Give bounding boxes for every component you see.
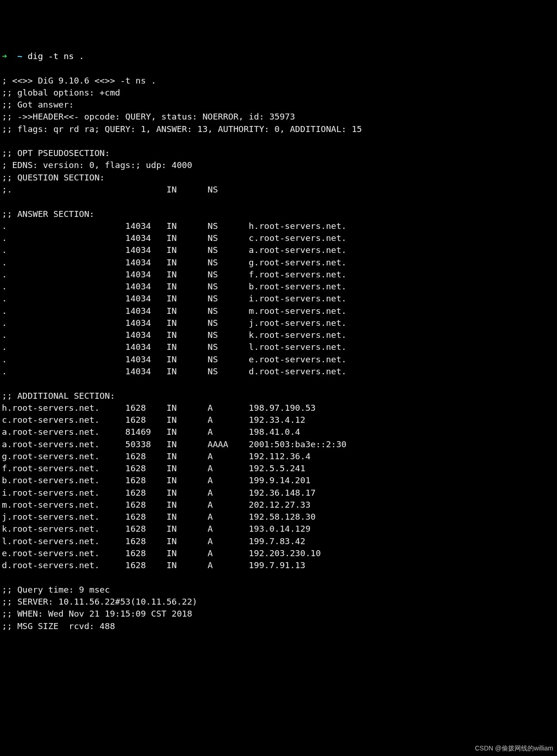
prompt-cwd: ~	[17, 51, 22, 61]
prompt-arrow-icon: ➜	[2, 51, 7, 61]
dig-output: ; <<>> DiG 9.10.6 <<>> -t ns . ;; global…	[2, 76, 362, 631]
command-text: dig -t ns .	[28, 51, 85, 61]
terminal-output: ➜ ~ dig -t ns . ; <<>> DiG 9.10.6 <<>> -…	[2, 50, 555, 632]
